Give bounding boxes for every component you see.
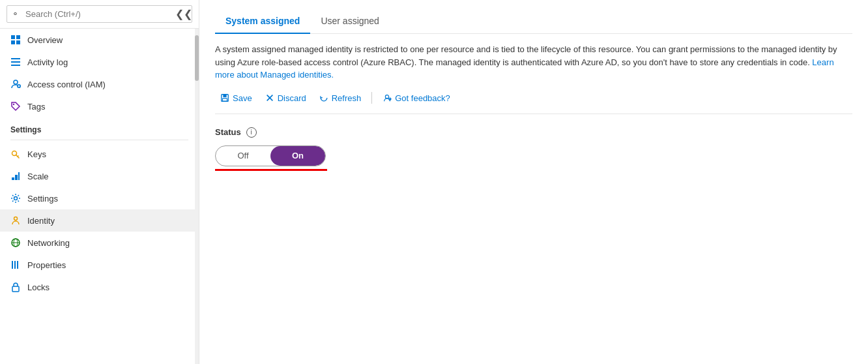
search-box: ⚬ ❮❮ xyxy=(0,0,199,29)
feedback-icon: ? xyxy=(383,93,392,102)
sidebar-item-identity[interactable]: Identity xyxy=(0,209,199,232)
status-toggle[interactable]: Off On xyxy=(215,145,326,166)
identity-icon xyxy=(10,215,21,226)
collapse-button[interactable]: ❮❮ xyxy=(175,8,192,20)
tag-icon xyxy=(10,101,21,112)
tab-system-assigned[interactable]: System assigned xyxy=(215,10,310,34)
svg-point-30 xyxy=(386,95,389,99)
sidebar-item-networking-label: Networking xyxy=(27,238,70,248)
svg-rect-14 xyxy=(15,175,18,180)
search-input[interactable] xyxy=(7,5,192,23)
search-icon: ⚬ xyxy=(12,9,19,19)
svg-rect-21 xyxy=(12,261,13,269)
sidebar-item-settings[interactable]: Settings xyxy=(0,187,199,209)
sidebar-item-access-control[interactable]: Access control (IAM) xyxy=(0,73,199,95)
sidebar-item-access-control-label: Access control (IAM) xyxy=(27,80,106,89)
svg-point-7 xyxy=(14,80,18,84)
svg-rect-6 xyxy=(11,65,20,66)
sidebar-item-networking[interactable]: Networking xyxy=(0,232,199,254)
sidebar-item-locks-label: Locks xyxy=(27,282,50,292)
svg-rect-1 xyxy=(16,35,20,39)
description-main: A system assigned managed identity is re… xyxy=(215,44,837,67)
save-button[interactable]: Save xyxy=(215,91,257,106)
settings-section-header: Settings xyxy=(0,117,199,137)
sidebar-item-activity-log[interactable]: Activity log xyxy=(0,51,199,73)
sidebar-item-overview[interactable]: Overview xyxy=(0,29,199,51)
svg-rect-3 xyxy=(16,40,20,44)
sidebar: ⚬ ❮❮ Overview xyxy=(0,0,199,364)
sidebar-item-keys[interactable]: Keys xyxy=(0,143,199,165)
refresh-button[interactable]: Refresh xyxy=(314,91,367,106)
properties-icon xyxy=(10,260,21,270)
save-icon xyxy=(220,93,229,102)
sidebar-item-keys-label: Keys xyxy=(27,149,46,159)
svg-rect-4 xyxy=(11,58,20,59)
discard-button[interactable]: Discard xyxy=(260,91,311,106)
toolbar-divider xyxy=(371,92,372,104)
sidebar-item-scale-label: Scale xyxy=(27,172,49,181)
sidebar-item-settings-label: Settings xyxy=(27,194,58,204)
tab-user-assigned[interactable]: User assigned xyxy=(310,10,390,34)
sidebar-item-tags[interactable]: Tags xyxy=(0,95,199,117)
svg-rect-2 xyxy=(11,40,15,44)
feedback-button[interactable]: ? Got feedback? xyxy=(377,91,456,106)
tabs-container: System assigned User assigned xyxy=(215,10,852,34)
toggle-on-option[interactable]: On xyxy=(270,146,325,166)
svg-rect-26 xyxy=(223,95,226,97)
svg-point-11 xyxy=(13,104,14,105)
toggle-underline xyxy=(215,169,327,171)
person-icon xyxy=(10,79,21,89)
grid-icon xyxy=(10,35,21,45)
svg-rect-0 xyxy=(11,35,15,39)
svg-rect-5 xyxy=(11,61,20,63)
networking-icon xyxy=(10,237,21,248)
main-content: System assigned User assigned A system a… xyxy=(199,0,868,364)
sidebar-item-properties-label: Properties xyxy=(27,260,66,270)
sidebar-nav: Overview Activity log xyxy=(0,29,199,364)
svg-text:?: ? xyxy=(389,98,390,100)
svg-rect-24 xyxy=(12,286,19,292)
svg-point-16 xyxy=(14,197,18,200)
sidebar-item-tags-label: Tags xyxy=(27,102,45,112)
svg-rect-15 xyxy=(18,172,20,180)
discard-icon xyxy=(265,93,274,102)
toggle-off-option[interactable]: Off xyxy=(216,146,270,166)
gear-icon xyxy=(10,193,21,204)
sidebar-item-identity-label: Identity xyxy=(27,216,55,226)
description-text: A system assigned managed identity is re… xyxy=(215,43,841,82)
svg-point-17 xyxy=(14,217,18,220)
scale-icon xyxy=(10,171,21,181)
sidebar-item-locks[interactable]: Locks xyxy=(0,276,199,298)
svg-point-12 xyxy=(12,151,17,156)
status-info-icon[interactable]: i xyxy=(246,127,257,138)
settings-divider xyxy=(10,140,188,140)
sidebar-item-scale[interactable]: Scale xyxy=(0,165,199,187)
sidebar-item-overview-label: Overview xyxy=(27,35,63,45)
svg-rect-22 xyxy=(14,261,16,269)
status-row: Status i xyxy=(215,127,852,138)
sidebar-item-activity-log-label: Activity log xyxy=(27,57,68,67)
list-icon xyxy=(10,57,21,67)
toolbar: Save Discard Refresh xyxy=(215,91,852,114)
refresh-icon xyxy=(319,93,328,102)
lock-icon xyxy=(10,282,21,292)
svg-rect-13 xyxy=(12,177,14,180)
status-label: Status xyxy=(215,127,241,137)
key-icon xyxy=(10,149,21,159)
sidebar-scrollbar[interactable] xyxy=(195,29,199,364)
sidebar-item-properties[interactable]: Properties xyxy=(0,254,199,276)
sidebar-scrollbar-thumb xyxy=(195,35,199,81)
svg-rect-23 xyxy=(17,261,18,269)
